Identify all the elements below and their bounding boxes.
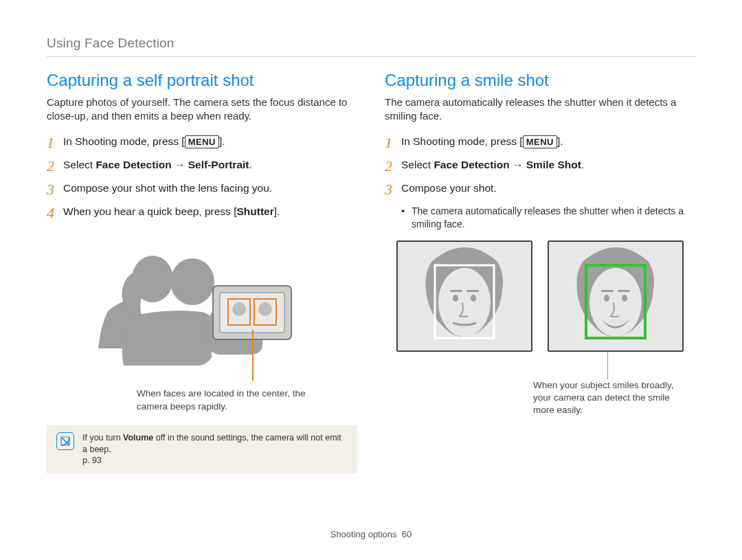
step-number: 2 — [47, 158, 63, 175]
step-text: In Shooting mode, press [ — [63, 135, 185, 147]
menu-button-label: MENU — [523, 135, 557, 149]
intro-self-portrait: Capture photos of yourself. The camera s… — [47, 96, 357, 124]
step-text: Select — [401, 159, 434, 170]
step-number: 4 — [47, 205, 63, 221]
step-number: 3 — [47, 181, 63, 198]
heading-self-portrait: Capturing a self portrait shot — [47, 69, 357, 91]
frame-face-smiling — [548, 240, 684, 352]
step-text: In Shooting mode, press [ — [401, 135, 523, 147]
selfie-illustration-svg — [92, 234, 312, 385]
step-number: 1 — [47, 135, 63, 151]
note-text-bold: Volume — [123, 433, 153, 443]
step-2: 2 Select Face Detection → Smile Shot. — [385, 158, 695, 175]
illustration-caption: When faces are located in the center, th… — [137, 388, 315, 412]
step-text: ]. — [274, 205, 280, 217]
step-number: 1 — [385, 135, 401, 151]
step-sub-bullet: • The camera automatically releases the … — [401, 205, 695, 231]
svg-rect-19 — [601, 290, 614, 292]
svg-point-18 — [622, 295, 627, 302]
col-smile-shot: Capturing a smile shot The camera automa… — [385, 69, 695, 474]
illustration-self-portrait: When faces are located in the center, th… — [47, 234, 357, 412]
step-number: 3 — [385, 181, 401, 198]
page-footer: Shooting options 60 — [0, 528, 742, 541]
step-text: . — [581, 159, 584, 170]
step-1: 1 In Shooting mode, press [MENU]. — [385, 135, 695, 151]
step-4: 4 When you hear a quick beep, press [Shu… — [47, 205, 357, 221]
step-3: 3 Compose your shot with the lens facing… — [47, 181, 357, 198]
svg-point-7 — [258, 302, 272, 316]
step-1: 1 In Shooting mode, press [MENU]. — [47, 135, 357, 151]
step-sub-text: The camera automatically releases the sh… — [412, 205, 695, 231]
illustration-caption: When your subject smiles broadly, your c… — [533, 379, 684, 417]
illustration-smile-frames — [385, 240, 695, 352]
step-text: ]. — [557, 135, 563, 147]
breadcrumb: Using Face Detection — [47, 34, 695, 57]
step-3: 3 Compose your shot. — [385, 181, 695, 198]
footer-section: Shooting options — [330, 529, 397, 539]
step-2: 2 Select Face Detection → Self-Portrait. — [47, 158, 357, 175]
svg-point-11 — [453, 295, 458, 302]
note-text: If you turn — [82, 433, 123, 443]
svg-point-17 — [604, 295, 609, 302]
step-text-bold: Face Detection → Smile Shot — [434, 159, 581, 170]
menu-button-label: MENU — [185, 135, 219, 149]
heading-smile-shot: Capturing a smile shot — [385, 69, 695, 91]
step-text: Select — [63, 159, 95, 170]
svg-point-5 — [232, 302, 246, 316]
intro-smile-shot: The camera automatically releases the sh… — [385, 96, 695, 124]
step-text: . — [249, 159, 251, 170]
note-page-ref: p. 93 — [82, 456, 102, 465]
note-box: If you turn Volume off in the sound sett… — [47, 425, 357, 474]
bullet-icon: • — [401, 205, 405, 231]
step-text: Compose your shot with the lens facing y… — [63, 181, 272, 196]
col-self-portrait: Capturing a self portrait shot Capture p… — [47, 69, 357, 474]
svg-rect-14 — [466, 290, 479, 292]
step-number: 2 — [385, 158, 401, 175]
svg-point-10 — [438, 268, 491, 337]
svg-rect-20 — [618, 290, 630, 292]
step-text-bold: Face Detection → Self-Portrait — [95, 159, 249, 170]
pointer-line — [607, 352, 608, 379]
note-icon — [56, 432, 74, 450]
frame-face-neutral — [396, 240, 532, 352]
footer-page-number: 60 — [402, 529, 412, 539]
step-text: Compose your shot. — [401, 181, 497, 196]
svg-point-12 — [471, 295, 476, 302]
svg-point-1 — [170, 258, 214, 305]
step-text: ]. — [219, 135, 225, 147]
svg-point-0 — [132, 256, 173, 302]
step-text: When you hear a quick beep, press [ — [63, 205, 236, 217]
svg-rect-13 — [450, 290, 462, 292]
step-text-bold: Shutter — [236, 205, 273, 217]
